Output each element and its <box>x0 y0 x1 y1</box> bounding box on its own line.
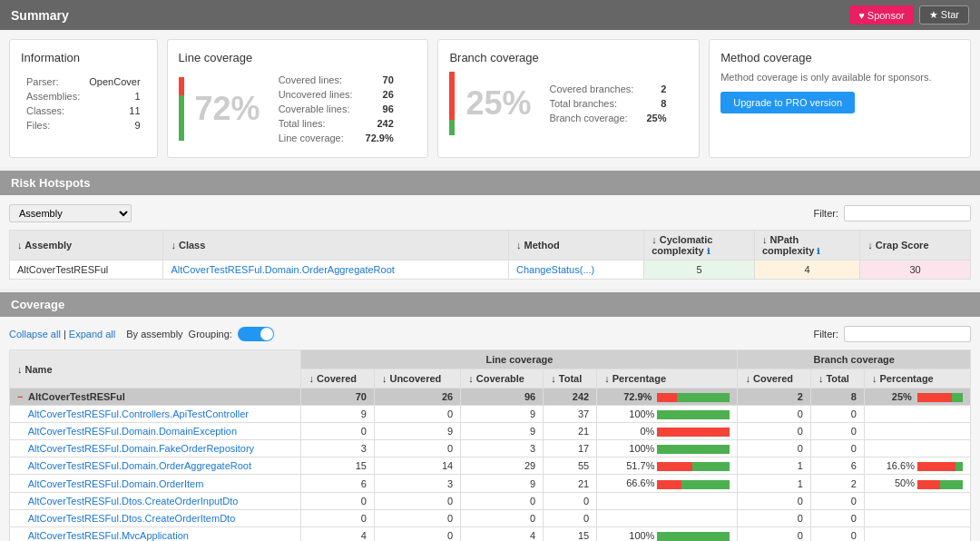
line-coverage-stats: Covered lines:70 Uncovered lines:26 Cove… <box>271 72 401 146</box>
row-line-pct: 100% <box>597 406 738 423</box>
summary-line-pct: 72.9% <box>597 389 738 406</box>
row-name-link[interactable]: AltCoverTestRESFul.Controllers.ApiTestCo… <box>28 408 249 419</box>
row-name-link[interactable]: AltCoverTestRESFul.Domain.OrderAggregate… <box>28 460 251 471</box>
th-b-covered[interactable]: ↓ Covered <box>738 369 810 389</box>
coverage-row: AltCoverTestRESFul.Domain.FakeOrderRepos… <box>10 440 971 457</box>
row-total: 21 <box>544 475 597 492</box>
risk-npath: 4 <box>754 261 859 280</box>
grouping-toggle[interactable] <box>238 327 274 341</box>
row-uncovered: 0 <box>374 406 460 423</box>
row-coverable: 29 <box>461 457 544 475</box>
line-coverage-pct: 72% <box>195 90 260 128</box>
row-b-pct: 16.6% <box>864 457 970 475</box>
row-name-link[interactable]: AltCoverTestRESFul.Dtos.CreateOrderItemD… <box>28 513 236 524</box>
expand-all-button[interactable]: Expand all <box>69 329 115 339</box>
th-class[interactable]: ↓ Class <box>163 231 509 261</box>
info-title: Information <box>21 51 146 64</box>
coverage-row: AltCoverTestRESFul.Domain.OrderAggregate… <box>10 457 971 475</box>
risk-class-link[interactable]: AltCoverTestRESFul.Domain.OrderAggregate… <box>171 264 394 275</box>
branch-coverage-body: 25% Covered branches:2 Total branches:8 … <box>449 72 688 135</box>
th-line-pct[interactable]: ↓ Percentage <box>597 369 738 389</box>
coverage-controls: Collapse all | Expand all By assembly Gr… <box>9 326 971 342</box>
risk-filter: Filter: <box>814 205 972 221</box>
row-coverable: 3 <box>461 440 544 457</box>
row-total: 17 <box>544 440 597 457</box>
upgrade-button[interactable]: Upgrade to PRO version <box>720 92 855 113</box>
th-total[interactable]: ↓ Total <box>544 369 597 389</box>
summary-covered: 70 <box>301 389 374 406</box>
coverage-section: Collapse all | Expand all By assembly Gr… <box>0 317 980 541</box>
risk-filter-input[interactable] <box>844 205 971 221</box>
th-assembly[interactable]: ↓ Assembly <box>10 231 163 261</box>
coverage-row: AltCoverTestRESFul.Dtos.CreateOrderItemD… <box>10 509 971 526</box>
row-line-bar <box>657 445 730 454</box>
row-b-total: 0 <box>810 526 864 541</box>
row-line-bar <box>657 410 730 419</box>
th-npath[interactable]: ↓ NPathcomplexity ℹ <box>754 231 859 261</box>
row-uncovered: 9 <box>374 423 460 440</box>
row-b-pct <box>864 440 970 457</box>
assembly-select[interactable]: Assembly AltCoverTestRESFul <box>9 204 132 222</box>
stat-value: 2 <box>641 83 671 95</box>
info-value: 11 <box>85 104 143 117</box>
row-uncovered: 0 <box>374 526 460 541</box>
stat-label: Line coverage: <box>273 132 358 144</box>
star-button[interactable]: ★ Star <box>919 5 969 25</box>
summary-coverable: 96 <box>461 389 544 406</box>
risk-assembly: AltCoverTestRESFul <box>10 261 163 280</box>
row-line-bar <box>657 480 730 489</box>
row-b-pct <box>864 509 970 526</box>
row-name-link[interactable]: AltCoverTestRESFul.MvcApplication <box>28 530 189 541</box>
branch-coverage-title: Branch coverage <box>449 51 688 64</box>
stat-value: 96 <box>360 103 399 115</box>
assembly-name: AltCoverTestRESFul <box>28 391 125 402</box>
row-uncovered: 0 <box>374 509 460 526</box>
row-name-link[interactable]: AltCoverTestRESFul.Domain.DomainExceptio… <box>28 426 237 437</box>
coverage-table-header-group: ↓ Name Line coverage Branch coverage <box>10 350 971 369</box>
th-method[interactable]: ↓ Method <box>509 231 644 261</box>
row-coverable: 9 <box>461 406 544 423</box>
row-name-link[interactable]: AltCoverTestRESFul.Domain.FakeOrderRepos… <box>28 443 254 454</box>
page-header: Summary ♥ Sponsor ★ Star <box>0 0 980 30</box>
th-b-total[interactable]: ↓ Total <box>810 369 864 389</box>
coverage-summary-row: − AltCoverTestRESFul 70 26 96 242 72.9% … <box>10 389 971 406</box>
coverage-filter-input[interactable] <box>844 326 971 342</box>
row-b-covered: 0 <box>738 526 810 541</box>
row-branch-bar-fill <box>956 462 963 471</box>
assembly-name-cell: − AltCoverTestRESFul <box>10 389 301 406</box>
row-name-link[interactable]: AltCoverTestRESFul.Dtos.CreateOrderInput… <box>28 496 239 507</box>
th-cyclomatic[interactable]: ↓ Cyclomaticcomplexity ℹ <box>644 231 755 261</box>
row-b-total: 0 <box>810 509 864 526</box>
row-covered: 9 <box>301 406 374 423</box>
stat-value: 242 <box>360 117 399 130</box>
coverage-row: AltCoverTestRESFul.Domain.DomainExceptio… <box>10 423 971 440</box>
row-name-link[interactable]: AltCoverTestRESFul.Domain.OrderItem <box>28 478 204 489</box>
collapse-all-button[interactable]: Collapse all <box>9 329 61 339</box>
header-buttons: ♥ Sponsor ★ Star <box>849 5 969 25</box>
row-b-covered: 0 <box>738 423 810 440</box>
risk-table: ↓ Assembly ↓ Class ↓ Method ↓ Cyclomatic… <box>9 230 971 280</box>
by-assembly-label: By assembly <box>126 329 182 339</box>
risk-method-link[interactable]: ChangeStatus(...) <box>516 264 594 275</box>
sponsor-button[interactable]: ♥ Sponsor <box>849 5 914 25</box>
row-line-pct: 66.6% <box>597 475 738 492</box>
row-name: AltCoverTestRESFul.Domain.FakeOrderRepos… <box>10 440 301 457</box>
risk-controls: Assembly AltCoverTestRESFul Filter: <box>9 204 971 222</box>
row-uncovered: 0 <box>374 440 460 457</box>
collapse-icon[interactable]: − <box>17 391 23 402</box>
summary-branch-bar-fill <box>952 393 964 402</box>
summary-b-pct: 25% <box>864 389 970 406</box>
th-uncovered[interactable]: ↓ Uncovered <box>374 369 460 389</box>
row-line-pct <box>597 492 738 509</box>
th-name[interactable]: ↓ Name <box>10 350 301 389</box>
row-b-covered: 0 <box>738 492 810 509</box>
th-b-pct[interactable]: ↓ Percentage <box>864 369 970 389</box>
row-b-covered: 0 <box>738 440 810 457</box>
stat-label: Total lines: <box>273 117 358 130</box>
th-coverable[interactable]: ↓ Coverable <box>461 369 544 389</box>
info-row: Parser: OpenCover <box>23 75 144 88</box>
th-crap[interactable]: ↓ Crap Score <box>860 231 971 261</box>
th-covered[interactable]: ↓ Covered <box>301 369 374 389</box>
row-coverable: 9 <box>461 423 544 440</box>
coverage-row: AltCoverTestRESFul.Dtos.CreateOrderInput… <box>10 492 971 509</box>
